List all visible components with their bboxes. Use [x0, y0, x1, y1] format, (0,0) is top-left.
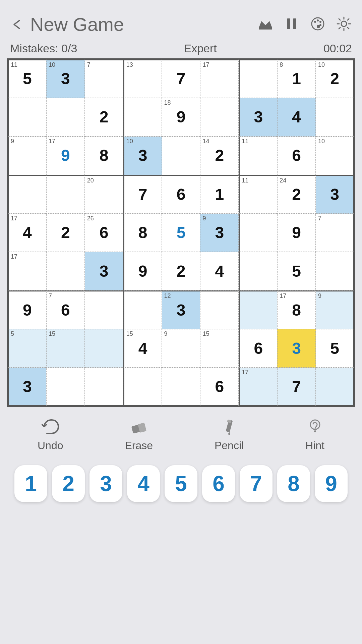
cell[interactable]	[200, 290, 239, 329]
num-button-9[interactable]: 9	[315, 465, 348, 502]
cell[interactable]	[8, 175, 46, 214]
cell[interactable]: 13	[123, 59, 162, 98]
cell[interactable]	[85, 329, 123, 368]
cell[interactable]	[85, 368, 123, 406]
cell[interactable]: 6	[239, 329, 277, 368]
cell[interactable]	[239, 59, 277, 98]
cell[interactable]: 9	[123, 252, 162, 290]
cell[interactable]	[123, 290, 162, 329]
pencil-button[interactable]: Pencil	[215, 417, 244, 452]
cell[interactable]: 15	[200, 329, 239, 368]
cell[interactable]: 3	[316, 175, 354, 214]
cell[interactable]: 7	[85, 59, 123, 98]
cell[interactable]: 189	[162, 98, 200, 137]
corner-number: 10	[49, 62, 55, 68]
cell[interactable]: 9	[8, 290, 46, 329]
cell[interactable]: 9	[8, 137, 46, 175]
num-button-4[interactable]: 4	[127, 465, 160, 502]
cell[interactable]: 6	[162, 175, 200, 214]
cell[interactable]	[123, 98, 162, 137]
cell[interactable]: 7	[123, 175, 162, 214]
cell[interactable]	[46, 252, 85, 290]
cell[interactable]	[239, 214, 277, 252]
num-button-2[interactable]: 2	[52, 465, 85, 502]
cell[interactable]: 242	[277, 175, 316, 214]
cell[interactable]: 179	[46, 137, 85, 175]
cell[interactable]: 142	[200, 137, 239, 175]
cell[interactable]: 81	[277, 59, 316, 98]
cell[interactable]: 76	[46, 290, 85, 329]
back-button[interactable]	[10, 18, 23, 31]
cell[interactable]: 2	[85, 98, 123, 137]
cell[interactable]: 4	[200, 252, 239, 290]
cell[interactable]	[85, 290, 123, 329]
cell[interactable]: 3	[8, 368, 46, 406]
cell[interactable]: 7	[316, 214, 354, 252]
cell[interactable]: 174	[8, 214, 46, 252]
cell[interactable]	[123, 368, 162, 406]
cell[interactable]	[200, 98, 239, 137]
cell[interactable]	[316, 252, 354, 290]
cell[interactable]: 103	[46, 59, 85, 98]
cell[interactable]: 5	[8, 329, 46, 368]
cell[interactable]	[46, 368, 85, 406]
cell[interactable]: 15	[46, 329, 85, 368]
cell[interactable]: 20	[85, 175, 123, 214]
cell[interactable]: 17	[200, 59, 239, 98]
cell[interactable]	[316, 368, 354, 406]
cell[interactable]: 11	[239, 137, 277, 175]
cell[interactable]	[162, 368, 200, 406]
cell[interactable]	[46, 175, 85, 214]
cell[interactable]: 6	[200, 368, 239, 406]
cell[interactable]: 115	[8, 59, 46, 98]
cell[interactable]: 5	[162, 214, 200, 252]
cell[interactable]: 154	[123, 329, 162, 368]
cell[interactable]: 5	[316, 329, 354, 368]
hint-button[interactable]: Hint	[305, 417, 324, 452]
cell[interactable]: 103	[123, 137, 162, 175]
cell[interactable]: 3	[85, 252, 123, 290]
cell[interactable]: 7	[162, 59, 200, 98]
cell[interactable]: 3	[277, 329, 316, 368]
cell[interactable]	[239, 290, 277, 329]
num-button-7[interactable]: 7	[240, 465, 273, 502]
cell[interactable]: 9	[316, 290, 354, 329]
cell[interactable]: 17	[8, 252, 46, 290]
cell[interactable]: 7	[277, 368, 316, 406]
cell[interactable]: 178	[277, 290, 316, 329]
cell[interactable]: 8	[85, 137, 123, 175]
cell[interactable]: 6	[277, 137, 316, 175]
cell[interactable]: 266	[85, 214, 123, 252]
cell[interactable]: 4	[277, 98, 316, 137]
cell[interactable]: 123	[162, 290, 200, 329]
crown-icon[interactable]	[257, 16, 274, 33]
cell[interactable]: 5	[277, 252, 316, 290]
num-button-8[interactable]: 8	[277, 465, 310, 502]
cell[interactable]: 93	[200, 214, 239, 252]
cell[interactable]: 9	[162, 329, 200, 368]
pause-icon[interactable]	[284, 16, 300, 33]
cell[interactable]: 102	[316, 59, 354, 98]
cell[interactable]: 10	[316, 137, 354, 175]
cell[interactable]: 8	[123, 214, 162, 252]
erase-button[interactable]: Erase	[125, 417, 153, 452]
cell[interactable]	[8, 98, 46, 137]
num-button-6[interactable]: 6	[202, 465, 235, 502]
cell[interactable]	[46, 98, 85, 137]
cell[interactable]: 11	[239, 175, 277, 214]
settings-icon[interactable]	[336, 16, 352, 33]
num-button-5[interactable]: 5	[165, 465, 197, 502]
cell[interactable]: 3	[239, 98, 277, 137]
num-button-1[interactable]: 1	[14, 465, 47, 502]
cell[interactable]	[316, 98, 354, 137]
cell[interactable]: 2	[162, 252, 200, 290]
cell[interactable]: 17	[239, 368, 277, 406]
cell[interactable]	[162, 137, 200, 175]
cell[interactable]: 2	[46, 214, 85, 252]
cell[interactable]: 9	[277, 214, 316, 252]
palette-icon[interactable]	[310, 16, 326, 33]
num-button-3[interactable]: 3	[89, 465, 122, 502]
cell[interactable]	[239, 252, 277, 290]
cell[interactable]: 1	[200, 175, 239, 214]
undo-button[interactable]: Undo	[38, 417, 63, 452]
